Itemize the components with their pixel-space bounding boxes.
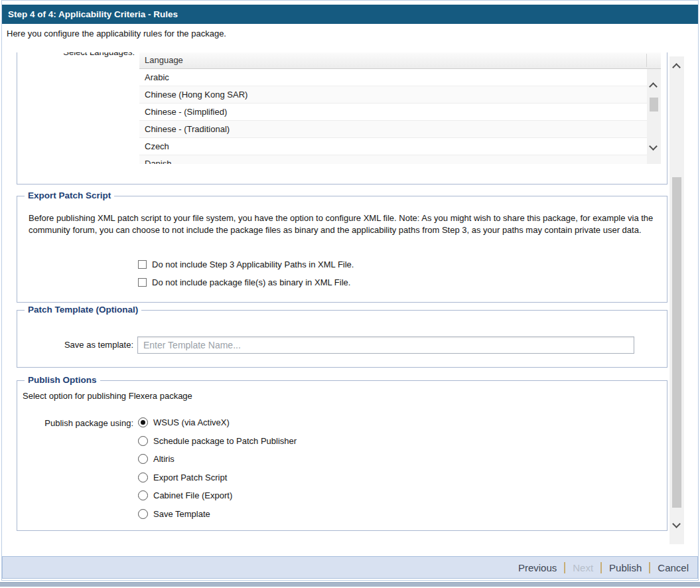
- scroll-up-icon[interactable]: [649, 82, 658, 91]
- radio-button[interactable]: [138, 436, 148, 446]
- radio-button[interactable]: [138, 417, 148, 427]
- radio-label: Save Template: [153, 509, 210, 519]
- checkbox-row[interactable]: Do not include Step 3 Applicability Path…: [138, 259, 354, 269]
- wizard-subtitle: Here you configure the applicability rul…: [7, 29, 226, 38]
- button-separator: [600, 562, 602, 573]
- button-separator: [564, 562, 565, 573]
- checkbox[interactable]: [138, 278, 147, 287]
- radio-label: Export Patch Script: [153, 473, 227, 482]
- button-separator: [649, 562, 650, 573]
- language-row[interactable]: Chinese (Hong Kong SAR): [139, 86, 647, 104]
- column-divider: [646, 54, 647, 67]
- checkbox-label: Do not include package file(s) as binary…: [152, 277, 350, 287]
- language-list: Language ArabicChinese (Hong Kong SAR)Ch…: [139, 52, 661, 164]
- template-name-input[interactable]: [137, 336, 634, 354]
- publish-button[interactable]: Publish: [609, 562, 642, 573]
- scroll-down-icon[interactable]: [672, 520, 681, 528]
- cancel-button[interactable]: Cancel: [658, 562, 689, 573]
- language-list-header[interactable]: Language: [139, 52, 661, 69]
- export-description: Before publishing XML patch script to yo…: [29, 212, 657, 236]
- language-list-rows: ArabicChinese (Hong Kong SAR)Chinese - (…: [139, 69, 647, 164]
- previous-button[interactable]: Previous: [518, 562, 557, 573]
- radio-button[interactable]: [138, 473, 148, 482]
- group-title: Publish Options: [25, 375, 100, 385]
- radio-option-row[interactable]: Altiris: [138, 454, 175, 464]
- footer-button-bar: PreviousNextPublishCancel: [2, 556, 698, 579]
- language-row[interactable]: Danish: [139, 155, 647, 164]
- radio-button[interactable]: [138, 509, 148, 519]
- radio-label: Cabinet File (Export): [153, 490, 232, 500]
- next-button: Next: [573, 562, 593, 573]
- checkbox-label: Do not include Step 3 Applicability Path…: [152, 259, 354, 269]
- language-row[interactable]: Arabic: [139, 69, 647, 86]
- radio-option-row[interactable]: Save Template: [138, 509, 210, 519]
- language-row[interactable]: Czech: [139, 138, 647, 155]
- language-column-header: Language: [145, 55, 183, 65]
- radio-option-row[interactable]: Cabinet File (Export): [138, 490, 232, 500]
- publish-package-using-label: Publish package using:: [17, 418, 133, 428]
- main-scrollbar[interactable]: [669, 56, 684, 544]
- radio-option-row[interactable]: WSUS (via ActiveX): [138, 417, 230, 427]
- radio-option-row[interactable]: Schedule package to Patch Publisher: [138, 436, 297, 446]
- scrollbar-thumb[interactable]: [672, 177, 681, 508]
- scrollbar-thumb[interactable]: [650, 98, 658, 111]
- radio-label: Altiris: [153, 454, 175, 464]
- group-title: Export Patch Script: [25, 190, 114, 200]
- scroll-up-icon[interactable]: [672, 63, 681, 72]
- wizard-title: Step 4 of 4: Applicability Criteria - Ru…: [8, 9, 178, 19]
- publish-options-description: Select option for publishing Flexera pac…: [23, 391, 192, 401]
- content-viewport: Select Languages: Language ArabicChinese…: [2, 52, 669, 544]
- radio-label: WSUS (via ActiveX): [153, 417, 230, 427]
- radio-button[interactable]: [138, 454, 148, 464]
- select-languages-label: Select Languages:: [2, 52, 135, 57]
- language-list-scrollbar[interactable]: [647, 69, 661, 164]
- patch-template-group: Patch Template (Optional) Save as templa…: [17, 310, 667, 368]
- scroll-down-icon[interactable]: [649, 142, 658, 151]
- radio-label: Schedule package to Patch Publisher: [153, 436, 297, 446]
- export-patch-script-group: Export Patch Script Before publishing XM…: [17, 196, 667, 303]
- wizard-title-bar: Step 4 of 4: Applicability Criteria - Ru…: [2, 5, 698, 24]
- save-as-template-label: Save as template:: [17, 340, 133, 350]
- wizard-window: Step 4 of 4: Applicability Criteria - Ru…: [0, 0, 700, 588]
- radio-button[interactable]: [138, 490, 148, 500]
- language-row[interactable]: Chinese - (Traditional): [139, 121, 647, 138]
- group-title: Patch Template (Optional): [25, 305, 141, 315]
- window-bottom-strip: [0, 582, 700, 587]
- checkbox-row[interactable]: Do not include package file(s) as binary…: [138, 277, 350, 287]
- checkbox[interactable]: [138, 260, 147, 269]
- language-row[interactable]: Chinese - (Simplified): [139, 104, 647, 121]
- radio-option-row[interactable]: Export Patch Script: [138, 473, 227, 482]
- publish-options-group: Publish Options Select option for publis…: [17, 380, 667, 531]
